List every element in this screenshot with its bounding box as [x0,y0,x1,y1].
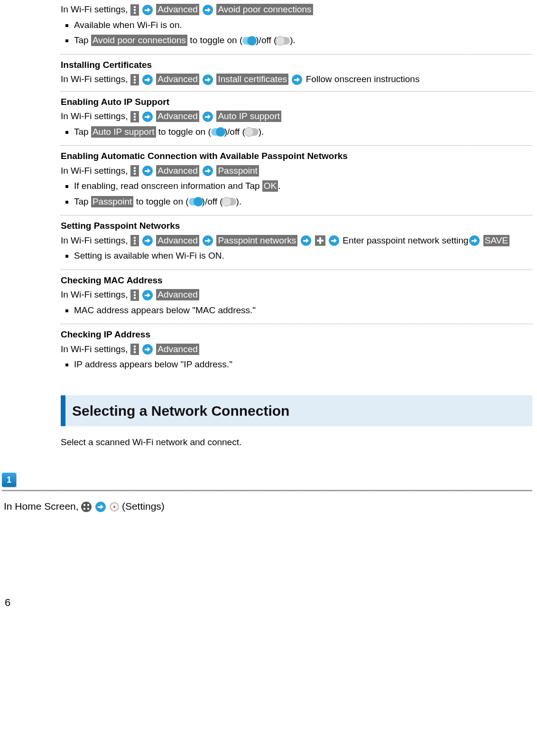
arrow-right-icon [142,166,153,176]
section-title: Enabling Auto IP Support [61,95,532,109]
step-instruction: In Home Screen, (Settings) [4,499,532,514]
menu-icon [130,344,139,355]
toggle-off-icon [223,198,236,205]
text: In Wi-Fi settings, [61,4,130,14]
text: In Wi-Fi settings, [61,166,130,176]
toggle-off-icon [277,37,290,45]
arrow-right-icon [203,75,213,85]
toggle-on-icon [189,198,202,205]
settings-gear-icon [110,502,119,512]
text: )/off ( [224,127,245,137]
chip-advanced: Advanced [156,165,199,177]
chip-ok: OK [262,180,278,192]
list-item: Tap Auto IP support to toggle on ()/off … [74,125,532,139]
plus-icon [315,235,325,246]
step-block: 1 In Home Screen, (Settings) [2,473,532,514]
text: ). [259,127,264,137]
chip-advanced: Advanced [156,289,199,300]
text: Tap [74,127,91,137]
arrow-right-icon [203,112,213,122]
text: ). [236,196,242,206]
page-number: 6 [5,595,537,610]
menu-icon [130,165,139,177]
menu-icon [130,74,139,85]
list-item: If enabling, read onscreen information a… [74,179,532,193]
list-item: Tap Avoid poor connections to toggle on … [74,34,532,47]
list-item: MAC address appears below "MAC address." [74,304,532,317]
list-item: Tap Passpoint to toggle on ()/off (). [74,195,532,209]
bullet-list: Tap Auto IP support to toggle on ()/off … [61,125,532,139]
section-title: Enabling Automatic Connection with Avail… [61,149,532,163]
toggle-on-icon [242,37,256,45]
apps-icon [81,502,92,512]
section-title: Installing Certificates [61,58,532,72]
arrow-right-icon [142,235,153,246]
text: In Wi-Fi settings, [61,344,130,354]
arrow-right-icon [142,5,153,15]
section-passpoint-networks: Setting Passpoint Networks In Wi-Fi sett… [61,215,532,268]
chip-install-certs: Install certificates [216,74,288,85]
text: )/off ( [202,196,223,206]
text: (Settings) [122,501,165,512]
text: Follow onscreen instructions [306,74,420,84]
section-heading: Selecting a Network Connection [61,395,532,426]
step-divider [2,490,532,491]
arrow-right-icon [203,5,213,15]
toggle-on-icon [211,128,224,136]
step-number-badge: 1 [2,473,16,487]
arrow-right-icon [469,235,480,246]
menu-icon [130,4,139,16]
section-title: Checking MAC Address [61,274,532,288]
text: In Wi-Fi settings, [61,289,130,299]
text: Enter passpoint network setting [343,235,468,245]
nav-path: In Wi-Fi settings, Advanced [61,343,532,356]
chip-save: SAVE [483,235,509,246]
section-mac-address: Checking MAC Address In Wi-Fi settings, … [61,270,532,322]
arrow-right-icon [95,502,106,512]
section-avoid-poor-connections: In Wi-Fi settings, Advanced Avoid poor c… [61,0,532,52]
text: In Wi-Fi settings, [61,235,130,245]
nav-path: In Wi-Fi settings, Advanced [61,288,532,302]
text: Tap [74,35,91,45]
section-ip-address: Checking IP Address In Wi-Fi settings, A… [61,324,532,376]
section-passpoint-enable: Enabling Automatic Connection with Avail… [61,145,532,213]
text: to toggle on ( [187,35,242,45]
arrow-right-icon [203,166,213,176]
chip-advanced: Advanced [156,4,199,15]
section-title: Checking IP Address [61,328,532,342]
menu-icon [130,235,139,246]
bullet-list: Available when Wi-Fi is on. Tap Avoid po… [61,19,532,47]
chip-advanced: Advanced [156,111,199,122]
chip-auto-ip: Auto IP support [216,111,281,122]
nav-path: In Wi-Fi settings, Advanced Passpoint ne… [61,234,532,248]
bullet-list: If enabling, read onscreen information a… [61,179,532,208]
heading-title: Selecting a Network Connection [72,400,526,421]
menu-icon [130,111,139,122]
text: ). [290,35,296,45]
chip-avoid-poor: Avoid poor connections [216,4,313,15]
text: . [278,181,280,191]
chip-advanced: Advanced [156,74,199,85]
chip-passpoint-networks: Passpoint networks [216,235,297,246]
chip-advanced: Advanced [156,235,199,246]
section-auto-ip: Enabling Auto IP Support In Wi-Fi settin… [61,91,532,144]
text: In Wi-Fi settings, [61,74,130,84]
nav-path: In Wi-Fi settings, Advanced Auto IP supp… [61,110,532,123]
arrow-right-icon [142,112,153,122]
bullet-list: IP address appears below "IP address." [61,358,532,372]
arrow-right-icon [142,344,153,355]
section-title: Setting Passpoint Networks [61,219,532,233]
text: If enabling, read onscreen information a… [74,181,262,191]
text: In Home Screen, [4,501,81,512]
bullet-list: MAC address appears below "MAC address." [61,304,532,317]
arrow-right-icon [329,235,339,246]
arrow-right-icon [203,235,213,246]
list-item: Available when Wi-Fi is on. [74,19,532,32]
nav-path: In Wi-Fi settings, Advanced Passpoint [61,164,532,178]
chip: Avoid poor connections [91,35,187,46]
arrow-right-icon [292,75,302,85]
chip-advanced: Advanced [156,344,199,355]
text: to toggle on ( [156,127,211,137]
bullet-list: Setting is available when Wi-Fi is ON. [61,249,532,263]
section-installing-certificates: Installing Certificates In Wi-Fi setting… [61,54,532,89]
